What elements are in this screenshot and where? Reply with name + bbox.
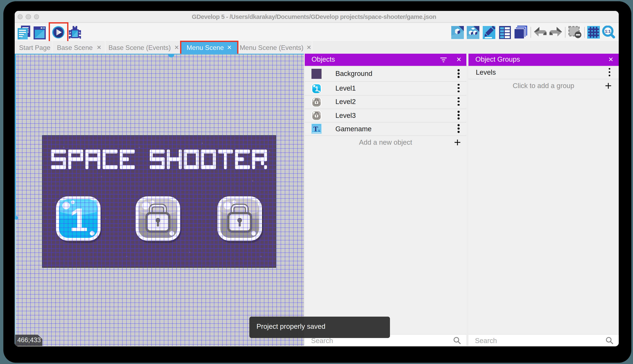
svg-text:T: T bbox=[313, 125, 318, 133]
svg-text:1: 1 bbox=[70, 202, 88, 238]
svg-text:1: 1 bbox=[314, 84, 319, 92]
svg-text:x: x bbox=[318, 128, 320, 133]
svg-text:1:1: 1:1 bbox=[605, 29, 611, 34]
